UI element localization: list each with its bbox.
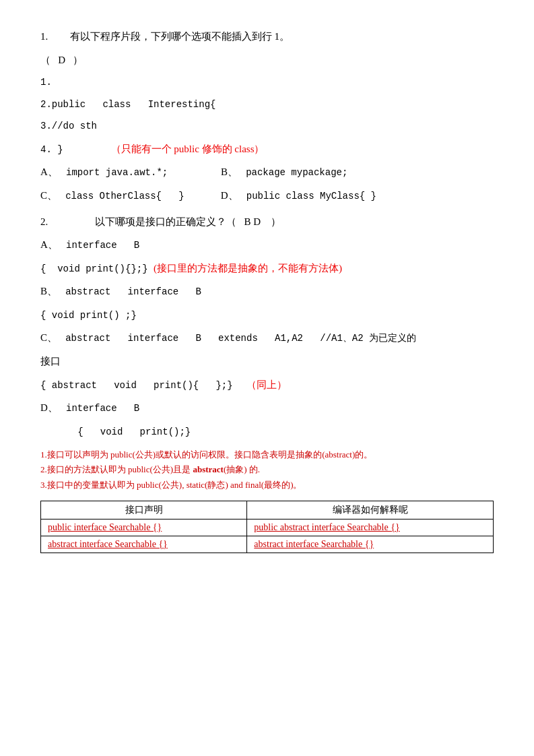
q2-option-c-label-ext: 接口 [40, 356, 61, 367]
q1-option-a-label: A、 [40, 166, 58, 177]
table-cell-2-2: abstract interface Searchable {} [247, 536, 494, 553]
q2-option-b-code2: { void print() ;} [40, 310, 137, 321]
q2-number: 2. [40, 212, 67, 232]
q2-option-c-line-ext: 接口 [40, 352, 494, 371]
q1-option-d-label: D、 [221, 190, 238, 201]
q1-code-line2: 2.public class Interesting{ [40, 96, 494, 114]
q2-option-b-label: B、 [40, 286, 57, 296]
table-header-row: 接口声明 编译器如何解释呢 [41, 501, 494, 519]
note3-text: 3.接口中的变量默认即为 public(公共), static(静态) and … [40, 480, 302, 490]
q1-text: 有以下程序片段，下列哪个选项不能插入到行 1。 [70, 31, 290, 42]
q1-answer: （ D ） [40, 51, 494, 70]
note1-text: 1.接口可以声明为 public(公共)或默认的访问权限。接口隐含表明是抽象的(… [40, 449, 372, 460]
q2-option-a-label: A、 [40, 239, 58, 250]
q2-header: 2. 以下哪项是接口的正确定义？（ B D ） [40, 212, 494, 232]
q2-option-c-code1: abstract interface B extends A1,A2 //A1、… [60, 333, 416, 344]
q1-option-b-label: B、 [221, 166, 238, 177]
q1-header: 1. 有以下程序片段，下列哪个选项不能插入到行 1。 [40, 27, 494, 46]
table-cell-2-1: abstract interface Searchable {} [41, 536, 247, 553]
table-row: public interface Searchable {} public ab… [41, 519, 494, 536]
table-cell-1-2-text: public abstract interface Searchable {} [254, 522, 399, 532]
q2-option-a-code2: { void print(){};} [40, 263, 154, 274]
table-cell-1-1-text: public interface Searchable {} [48, 522, 162, 532]
q1-option-a-text: import java.awt.*; [61, 167, 168, 178]
q1-line4-code: 4. } [40, 144, 108, 155]
note-line2: 2.接口的方法默认即为 public(公共)且是 abstract(抽象) 的. [40, 462, 494, 477]
table-cell-1-1: public interface Searchable {} [41, 519, 247, 536]
note-line3: 3.接口中的变量默认即为 public(公共), static(静态) and … [40, 478, 494, 493]
table-header-col1: 接口声明 [41, 501, 247, 519]
table-cell-2-2-text: abstract interface Searchable {} [254, 539, 374, 549]
q2-option-c-line2: { abstract void print(){ };} （同上） [40, 375, 494, 395]
q2-option-b-code1: abstract interface B [60, 286, 201, 297]
q2-option-a-note: (接口里的方法都是抽象的，不能有方法体) [154, 263, 342, 274]
q2-text: 以下哪项是接口的正确定义？（ B D ） [70, 216, 281, 227]
q2-option-c-line1: C、 abstract interface B extends A1,A2 //… [40, 328, 494, 348]
table-header-col2: 编译器如何解释呢 [247, 501, 494, 519]
question-1: 1. 有以下程序片段，下列哪个选项不能插入到行 1。 （ D ） 1. 2.pu… [40, 27, 494, 206]
q1-spacer-ab [170, 166, 218, 177]
q1-code-line3: 3.//do sth [40, 117, 494, 135]
note-line1: 1.接口可以声明为 public(公共)或默认的访问权限。接口隐含表明是抽象的(… [40, 447, 494, 462]
table-cell-1-2: public abstract interface Searchable {} [247, 519, 494, 536]
q1-number: 1. [40, 27, 67, 46]
q2-option-c-code2: { abstract void print(){ };} [40, 380, 244, 391]
q1-code-line4: 4. } （只能有一个 public 修饰的 class） [40, 139, 494, 159]
q1-option-c-label: C、 [40, 190, 57, 201]
question-2: 2. 以下哪项是接口的正确定义？（ B D ） A、 interface B {… [40, 212, 494, 441]
q1-answer-text: （ D ） [40, 55, 83, 65]
q1-option-cd: C、 class OtherClass{ } D、 public class M… [40, 186, 494, 206]
q2-option-d-code2: { void print();} [61, 427, 191, 437]
q2-option-a-line2: { void print(){};} (接口里的方法都是抽象的，不能有方法体) [40, 259, 494, 278]
q1-option-ab: A、 import java.awt.*; B、 package mypacka… [40, 162, 494, 182]
q2-option-d-code1: interface B [61, 403, 140, 414]
q2-option-a-line1: A、 interface B [40, 235, 494, 255]
table-cell-2-1-text: abstract interface Searchable {} [48, 539, 168, 549]
q1-option-b-text: package mypackage; [240, 167, 348, 178]
q2-option-a-code1: interface B [61, 240, 140, 251]
q2-option-d-label: D、 [40, 402, 58, 413]
note2-text: 2.接口的方法默认即为 public(公共)且是 abstract(抽象) 的. [40, 464, 260, 474]
q1-line4-note: （只能有一个 public 修饰的 class） [111, 144, 265, 154]
q2-option-c-note: （同上） [246, 379, 287, 390]
interface-table: 接口声明 编译器如何解释呢 public interface Searchabl… [40, 501, 494, 553]
table-row: abstract interface Searchable {} abstrac… [41, 536, 494, 553]
q1-option-c-text: class OtherClass{ } [60, 191, 218, 201]
notes-block: 1.接口可以声明为 public(公共)或默认的访问权限。接口隐含表明是抽象的(… [40, 447, 494, 492]
q1-option-d-text: public class MyClass{ } [240, 191, 376, 201]
q2-option-d-line2: { void print();} [40, 422, 494, 441]
q2-option-c-label: C、 [40, 332, 57, 343]
q1-code-line1: 1. [40, 73, 494, 92]
q2-option-d-line1: D、 interface B [40, 398, 494, 418]
q2-option-b-line1: B、 abstract interface B [40, 282, 494, 301]
q2-option-b-line2: { void print() ;} [40, 305, 494, 325]
